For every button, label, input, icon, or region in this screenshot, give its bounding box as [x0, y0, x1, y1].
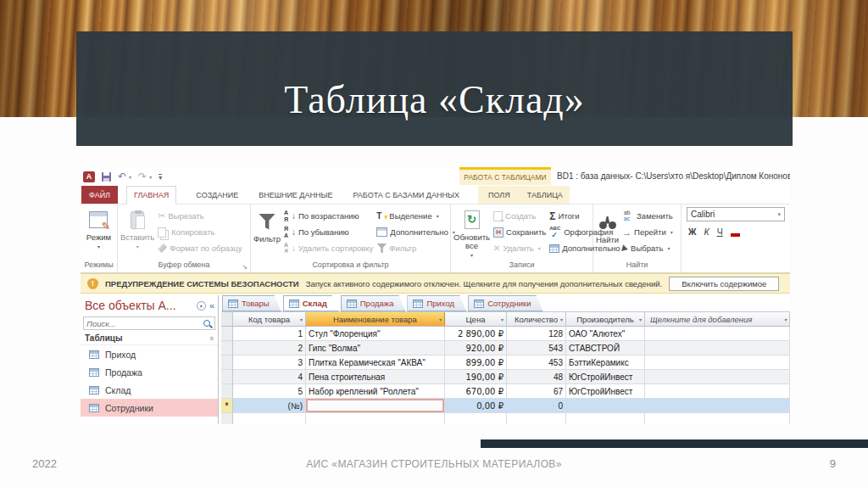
column-header-add[interactable]: Щелкните для добавления	[645, 312, 790, 327]
nav-item-prodazha[interactable]: Продажа	[81, 363, 218, 381]
new-record-row[interactable]: * (№) 0,00 ₽ 0	[221, 399, 790, 413]
table-row[interactable]: 2 Гипс "Волма" 920,00 ₽ 543 СТАВСТРОЙ	[221, 341, 790, 355]
italic-button[interactable]: К	[704, 227, 709, 237]
delete-icon: ✕	[493, 244, 500, 253]
table-icon	[474, 299, 484, 308]
empty-row	[221, 413, 790, 424]
qat-customize-icon[interactable]: ▾	[159, 174, 162, 181]
table-icon	[89, 386, 99, 395]
selection-button[interactable]: Выделение	[376, 209, 454, 223]
doc-tab-sklad[interactable]: Склад	[283, 295, 339, 311]
sort-desc-icon: ЯА	[284, 227, 296, 238]
sort-asc-icon: АЯ	[284, 210, 296, 221]
access-logo-icon	[83, 171, 95, 182]
new-record-id[interactable]: (№)	[233, 399, 306, 413]
view-icon	[89, 211, 108, 228]
column-header-maker[interactable]: Производитель	[566, 312, 645, 327]
cut-button[interactable]: ✂Вырезать	[158, 209, 242, 223]
group-label-sort: Сортировка и фильтр	[251, 260, 450, 272]
nav-item-sklad[interactable]: Склад	[81, 381, 218, 399]
nav-item-sotrudniki[interactable]: Сотрудники	[81, 399, 218, 417]
font-color-icon[interactable]	[731, 227, 740, 237]
table-icon	[89, 404, 99, 412]
undo-icon[interactable]: ↶	[118, 172, 126, 181]
table-row[interactable]: 1 Стул "Флоренция" 2 890,00 ₽ 128 ОАО "А…	[221, 327, 790, 341]
save-icon[interactable]	[102, 172, 111, 182]
search-icon[interactable]	[203, 320, 210, 327]
new-record-icon	[493, 211, 503, 221]
copy-button[interactable]: Копировать	[158, 225, 242, 239]
undo-dropdown-icon[interactable]: ▾	[129, 174, 131, 180]
nav-menu-icon[interactable]: ▾	[197, 301, 206, 311]
save-record-button[interactable]: Сохранить	[493, 225, 546, 239]
table-row[interactable]: 3 Плитка Керамическая "АКВА" 899,00 ₽ 45…	[221, 355, 790, 370]
sort-ascending-button[interactable]: АЯПо возрастанию	[284, 209, 373, 223]
row-selector[interactable]	[221, 355, 233, 370]
table-sklad: Код товара Наименование товара Цена Коли…	[221, 311, 790, 424]
replace-button[interactable]: abacЗаменить	[622, 209, 673, 223]
doc-tab-prihod[interactable]: Приход	[407, 295, 466, 311]
tab-file[interactable]: ФАЙЛ	[81, 186, 118, 204]
select-button[interactable]: Выбрать	[622, 241, 673, 255]
table-icon	[228, 299, 238, 308]
row-selector[interactable]	[221, 370, 233, 384]
replace-icon: abac	[622, 210, 634, 221]
font-name-combobox[interactable]: Calibri	[687, 207, 785, 221]
toggle-filter-button[interactable]: Фильтр	[376, 241, 454, 255]
doc-tab-sotrudniki[interactable]: Сотрудники	[468, 295, 542, 311]
underline-button[interactable]: Ч	[717, 227, 723, 237]
tab-home[interactable]: ГЛАВНАЯ	[126, 186, 176, 204]
redo-icon[interactable]: ↷	[138, 172, 147, 181]
doc-tab-tovary[interactable]: Товары	[222, 295, 281, 311]
column-header-qty[interactable]: Количество	[507, 312, 566, 327]
row-selector[interactable]	[221, 341, 233, 355]
table-header-row: Код товара Наименование товара Цена Коли…	[221, 312, 790, 327]
tab-create[interactable]: СОЗДАНИЕ	[189, 186, 245, 204]
nav-item-prihod[interactable]: Приход	[81, 345, 218, 363]
filter-button[interactable]: Фильтр	[253, 207, 281, 260]
column-header-price[interactable]: Цена	[445, 312, 507, 327]
table-row[interactable]: 4 Пена строительная 190,00 ₽ 48 ЮгСтройИ…	[221, 370, 790, 384]
paste-button[interactable]: Вставить	[120, 207, 154, 260]
nav-pane-title[interactable]: Все объекты A...	[85, 299, 197, 312]
tab-external-data[interactable]: ВНЕШНИЕ ДАННЫЕ	[252, 186, 339, 204]
table-icon	[413, 299, 423, 308]
tab-table[interactable]: ТАБЛИЦА	[520, 186, 570, 204]
new-record-button[interactable]: Создать	[493, 209, 546, 223]
tab-database-tools[interactable]: РАБОТА С БАЗАМИ ДАННЫХ	[346, 186, 466, 204]
advanced-filter-button[interactable]: Дополнительно	[376, 225, 454, 239]
new-record-name-cell[interactable]	[306, 399, 445, 413]
filter-icon	[259, 214, 275, 230]
tab-fields[interactable]: ПОЛЯ	[478, 186, 520, 204]
nav-group-tables[interactable]: Таблицы	[85, 333, 209, 343]
security-title: ПРЕДУПРЕЖДЕНИЕ СИСТЕМЫ БЕЗОПАСНОСТИ	[105, 279, 299, 288]
table-row[interactable]: 5 Набор креплений "Роллета" 670,00 ₽ 67 …	[221, 384, 790, 399]
refresh-all-button[interactable]: Обновить все	[453, 207, 490, 260]
dialog-launcher-icon[interactable]: ↘	[242, 263, 248, 271]
column-header-name[interactable]: Наименование товара	[306, 312, 445, 327]
new-record-marker[interactable]: *	[221, 399, 233, 413]
group-label-find: Найти	[593, 260, 681, 272]
format-painter-button[interactable]: Формат по образцу	[158, 241, 242, 255]
sort-descending-button[interactable]: ЯАПо убыванию	[284, 225, 373, 239]
enable-content-button[interactable]: Включить содержимое	[669, 277, 779, 291]
nav-group-collapse-icon[interactable]: «	[207, 336, 215, 340]
search-input[interactable]	[84, 319, 203, 328]
slide-title: Таблица «Склад»	[284, 77, 585, 122]
row-selector[interactable]	[221, 384, 233, 399]
delete-record-button[interactable]: ✕Удалить	[493, 241, 546, 255]
column-header-id[interactable]: Код товара	[233, 312, 306, 327]
bold-button[interactable]: Ж	[688, 227, 697, 237]
row-selector[interactable]	[221, 327, 233, 341]
goto-button[interactable]: →Перейти	[622, 225, 673, 239]
find-button[interactable]: Найти	[596, 207, 619, 260]
clear-sort-button[interactable]: А✕Удалить сортировку	[284, 241, 373, 255]
select-all-corner[interactable]	[221, 312, 233, 327]
footer-page-number: 9	[830, 457, 836, 470]
redo-dropdown-icon[interactable]: ▾	[149, 174, 152, 180]
nav-collapse-icon[interactable]: «	[209, 300, 214, 311]
security-warning-bar: ! ПРЕДУПРЕЖДЕНИЕ СИСТЕМЫ БЕЗОПАСНОСТИ За…	[81, 273, 790, 294]
doc-tab-prodazha[interactable]: Продажа	[341, 295, 406, 311]
view-button[interactable]: Режим	[86, 207, 111, 260]
toggle-filter-icon	[376, 244, 387, 254]
